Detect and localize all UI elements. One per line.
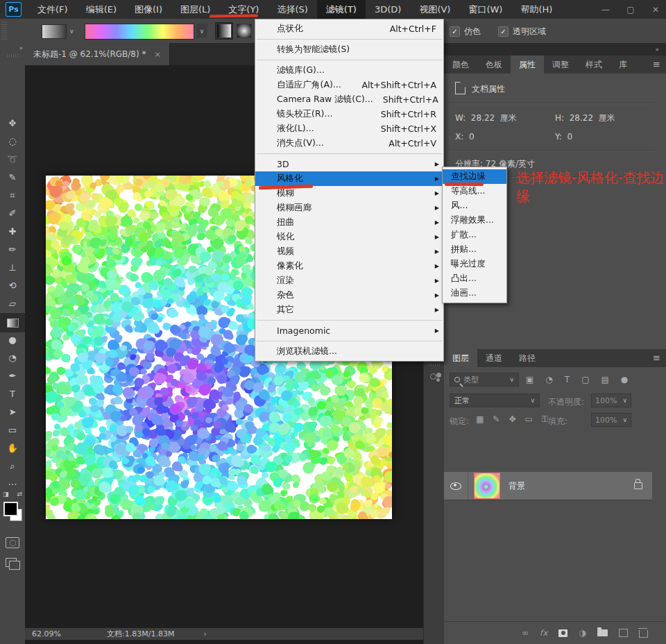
filter-menu-item-S[interactable]: 转换为智能滤镜(S) — [255, 42, 443, 57]
tab-属性[interactable]: 属性 — [511, 56, 544, 74]
brush-tool[interactable]: ✏ — [0, 241, 25, 258]
layer-name[interactable]: 背景 — [509, 480, 525, 492]
dither-check-icon[interactable]: ✓ — [450, 26, 460, 37]
clone-stamp-tool[interactable]: ⊥ — [0, 259, 25, 276]
swap-colors-icon[interactable]: ◨⇄ — [3, 491, 22, 498]
quick-mask-button[interactable] — [6, 537, 19, 548]
tab-色板[interactable]: 色板 — [477, 56, 511, 74]
layer-filter-combo[interactable]: 类型 ∨ — [450, 373, 519, 387]
lock-move-icon[interactable]: ✥ — [509, 414, 515, 424]
menubar-item-E[interactable]: 编辑(E) — [77, 0, 126, 19]
filter-menu-item-A[interactable]: 自适应广角(A)...Alt+Shift+Ctrl+A — [255, 78, 443, 92]
move-tool[interactable]: ✥ — [0, 115, 25, 132]
stylize-item-[interactable]: 风... — [443, 198, 506, 213]
stylize-item-[interactable]: 曝光过度 — [443, 257, 506, 271]
lock-artboard-icon[interactable]: ▭ — [524, 414, 532, 424]
filter-smart-objects-icon[interactable]: ▤ — [601, 375, 609, 384]
healing-brush-tool[interactable]: ✚ — [0, 223, 25, 240]
lock-all-icon[interactable]: ⚿ — [542, 414, 548, 424]
filter-menu-item-Imagenomic[interactable]: Imagenomic▶ — [255, 323, 443, 338]
filter-menu-item-[interactable]: 视频▶ — [255, 244, 443, 259]
filter-menu-item-[interactable]: 像素化▶ — [255, 259, 443, 273]
foreground-color-swatch[interactable] — [3, 502, 18, 516]
dither-checkbox[interactable]: ✓ 仿色 — [450, 26, 481, 37]
layer-row-background[interactable]: 背景 — [444, 472, 652, 500]
blur-tool[interactable]: ● — [0, 331, 25, 348]
filter-menu-item-R[interactable]: 镜头校正(R)...Shift+Ctrl+R — [255, 107, 443, 121]
filter-menu-item-[interactable]: 锐化▶ — [255, 230, 443, 244]
delete-layer-icon[interactable] — [639, 630, 648, 638]
radial-gradient-button[interactable] — [237, 24, 252, 38]
link-layers-icon[interactable]: ∞ — [522, 628, 529, 638]
tool-preset-picker[interactable] — [42, 24, 67, 39]
filter-type-layers-icon[interactable]: T — [565, 375, 570, 384]
marquee-tool[interactable]: ◌ — [0, 133, 25, 150]
transparency-checkbox[interactable]: ✓ 透明区域 — [498, 26, 546, 37]
menubar-item-T[interactable]: 滤镜(T) — [317, 0, 366, 19]
stylize-item-[interactable]: 等高线... — [443, 184, 506, 198]
tab-样式[interactable]: 样式 — [577, 56, 610, 74]
transparency-check-icon[interactable]: ✓ — [498, 26, 509, 37]
new-group-icon[interactable] — [597, 629, 608, 636]
lock-transparent-icon[interactable]: ▦ — [476, 414, 484, 424]
stylize-item-[interactable]: 查找边缘 — [443, 169, 506, 184]
stylize-item-[interactable]: 浮雕效果... — [443, 213, 506, 228]
lasso-tool[interactable]: ➰ — [0, 151, 25, 168]
document-tab[interactable]: 未标题-1 @ 62.1%(RGB/8) * × — [25, 43, 170, 65]
shape-tool[interactable]: ▭ — [0, 421, 25, 439]
tab-图层[interactable]: 图层 — [444, 349, 477, 367]
lock-paint-icon[interactable]: ✎ — [493, 414, 500, 424]
eraser-tool[interactable]: ▱ — [0, 295, 25, 312]
menubar-item-I[interactable]: 图像(I) — [126, 0, 171, 19]
gears-panel-icon[interactable] — [430, 373, 436, 380]
layers-menu-icon[interactable]: ≡ — [653, 353, 660, 363]
filter-menu-item-[interactable]: 扭曲▶ — [255, 215, 443, 230]
tab-调整[interactable]: 调整 — [544, 56, 577, 74]
menubar-item-H[interactable]: 帮助(H) — [511, 0, 561, 19]
gradient-picker-chevron-icon[interactable]: ∨ — [196, 24, 207, 38]
eye-icon[interactable] — [450, 482, 461, 490]
dodge-tool[interactable]: ◔ — [0, 349, 25, 366]
filter-shape-layers-icon[interactable]: ▢ — [581, 375, 589, 384]
layer-style-icon[interactable]: fx — [540, 628, 547, 638]
minimize-button[interactable]: — — [601, 5, 610, 15]
filter-menu-item-[interactable]: 杂色▶ — [255, 288, 443, 303]
stylize-item-[interactable]: 油画... — [443, 286, 506, 300]
maximize-button[interactable]: ▢ — [626, 5, 635, 15]
new-layer-icon[interactable] — [619, 629, 628, 637]
history-brush-tool[interactable]: ⟲ — [0, 277, 25, 294]
filter-menu-item-L[interactable]: 液化(L)...Shift+Ctrl+X — [255, 121, 443, 136]
tab-颜色[interactable]: 颜色 — [444, 56, 477, 74]
filter-menu-item-V[interactable]: 消失点(V)...Alt+Ctrl+V — [255, 136, 443, 151]
tab-路径[interactable]: 路径 — [511, 349, 544, 367]
type-tool[interactable]: T — [0, 385, 25, 402]
screen-mode-button[interactable] — [6, 558, 17, 567]
filter-menu-item-G[interactable]: 滤镜库(G)... — [255, 63, 443, 78]
filter-menu-item-[interactable]: 渲染▶ — [255, 273, 443, 288]
stylize-item-[interactable]: 凸出... — [443, 271, 506, 286]
preset-chevron-icon[interactable]: ∨ — [69, 28, 74, 35]
filter-pixel-layers-icon[interactable]: ▣ — [526, 375, 533, 384]
filter-adjustment-layers-icon[interactable]: ◔ — [545, 375, 552, 384]
menubar-item-F[interactable]: 文件(F) — [28, 0, 77, 19]
fill-field[interactable]: 100%∨ — [591, 413, 631, 427]
hand-tool[interactable]: ✋ — [0, 439, 25, 457]
menubar-item-V[interactable]: 视图(V) — [410, 0, 459, 19]
stylize-item-[interactable]: 扩散... — [443, 228, 506, 242]
quick-selection-tool[interactable]: ✎ — [0, 169, 25, 186]
filter-menu-item-[interactable]: 浏览联机滤镜... — [255, 344, 443, 359]
zoom-level-field[interactable]: 62.09% — [32, 629, 76, 638]
adjustment-layer-icon[interactable]: ◑ — [579, 628, 586, 638]
menubar-item-W[interactable]: 窗口(W) — [459, 0, 511, 19]
stylize-item-[interactable]: 拼贴... — [443, 242, 506, 257]
filter-menu-item-[interactable]: 其它▶ — [255, 303, 443, 317]
filter-menu-item-3D[interactable]: 3D▶ — [255, 157, 443, 171]
eyedropper-tool[interactable]: ✐ — [0, 205, 25, 222]
filter-menu-item-CameraRawC[interactable]: Camera Raw 滤镜(C)...Shift+Ctrl+A — [255, 92, 443, 107]
menubar-item-3DD[interactable]: 3D(D) — [366, 0, 410, 19]
document-close-icon[interactable]: × — [154, 50, 160, 59]
gradient-tool[interactable] — [0, 313, 25, 332]
menubar-item-S[interactable]: 选择(S) — [268, 0, 316, 19]
add-mask-icon[interactable] — [558, 629, 567, 637]
gradient-preview[interactable] — [85, 24, 194, 40]
